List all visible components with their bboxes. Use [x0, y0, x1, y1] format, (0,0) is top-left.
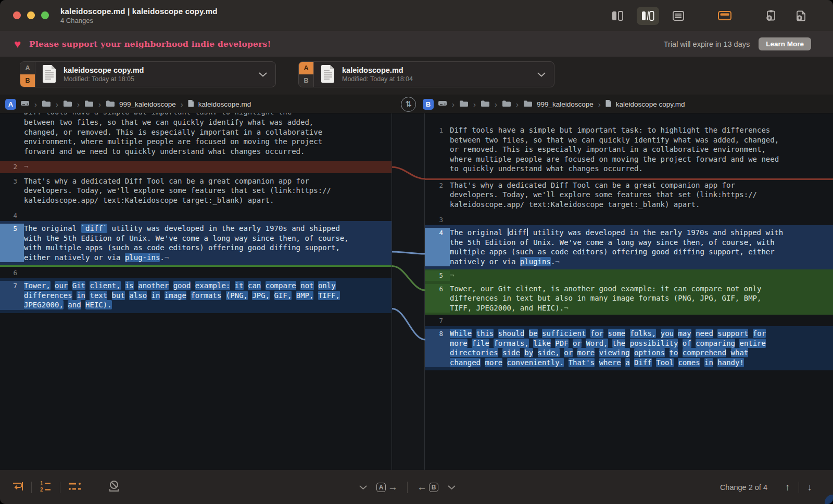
- two-pane-view-icon[interactable]: [607, 7, 628, 25]
- line-text: [24, 211, 392, 220]
- file-icon[interactable]: [605, 99, 612, 109]
- diff-pane-a[interactable]: Diff tools have a simple but important t…: [0, 113, 392, 470]
- file-selector-right[interactable]: A B kaleidoscope.md Modified: Today at 1…: [298, 61, 554, 87]
- chevron-down-icon[interactable]: [537, 70, 546, 79]
- breadcrumb-file[interactable]: kaleidoscope.md: [198, 100, 251, 108]
- diff-row[interactable]: 5¬: [425, 269, 833, 283]
- traffic-lights: [13, 11, 49, 19]
- breadcrumb-left: A › › › › 999_kaleidoscope › kaleidoscop…: [5, 99, 251, 110]
- folder-icon[interactable]: [106, 100, 115, 109]
- kaleidoscope-window: kaleidoscope.md | kaleidoscope copy.md 4…: [0, 0, 833, 504]
- next-change-icon[interactable]: ↓: [807, 482, 813, 493]
- diff-row[interactable]: 3: [425, 214, 833, 225]
- line-text: [450, 316, 833, 325]
- diff-pane-b[interactable]: 1Diff tools have a simple but important …: [425, 113, 833, 470]
- file-selector-row: A B kaleidoscope copy.md Modified: Today…: [0, 57, 833, 95]
- line-number: 3: [0, 176, 24, 205]
- merge-a-right-button[interactable]: A→: [376, 482, 398, 493]
- line-number: 2: [425, 180, 450, 210]
- chevron-down-icon[interactable]: [448, 483, 456, 492]
- banner-message: Please support your neighborhood indie d…: [29, 39, 271, 49]
- folder-icon[interactable]: [42, 100, 51, 109]
- slot-b-toggle[interactable]: B: [299, 74, 313, 87]
- breadcrumb-separator: ›: [34, 100, 37, 109]
- line-text: [24, 268, 392, 277]
- line-text: Diff tools have a simple but important t…: [450, 125, 833, 174]
- new-file-comparison-icon[interactable]: [790, 6, 812, 25]
- diff-row[interactable]: between two files, so that we can quickl…: [0, 117, 392, 161]
- diff-row[interactable]: 7: [425, 315, 833, 326]
- diff-row[interactable]: 4: [0, 210, 392, 221]
- line-text: [450, 215, 833, 224]
- file-icon[interactable]: [188, 99, 194, 109]
- diff-row[interactable]: Diff tools have a simple but important t…: [0, 113, 392, 117]
- chevron-down-icon[interactable]: [359, 483, 367, 492]
- folder-icon[interactable]: [523, 100, 533, 109]
- reader-mode-icon[interactable]: [713, 7, 736, 24]
- diff-row[interactable]: 4The original diff utility was developed…: [425, 225, 833, 269]
- window-title: kaleidoscope.md | kaleidoscope copy.md: [60, 7, 218, 16]
- arrow-right-icon: →: [388, 482, 398, 493]
- drive-icon[interactable]: [20, 100, 30, 108]
- line-text: The original diff utility was developed …: [450, 228, 833, 266]
- ab-toggle: A B: [299, 62, 314, 87]
- line-number: 4: [425, 228, 450, 266]
- zoom-button[interactable]: [41, 11, 49, 19]
- diff-row[interactable]: 2That's why a dedicated Diff Tool can be…: [425, 180, 833, 214]
- add-to-clipboard-icon[interactable]: [760, 6, 782, 25]
- diff-row[interactable]: 7Tower, our Git client, is another good …: [0, 278, 392, 313]
- minimize-button[interactable]: [27, 11, 35, 19]
- diff-row[interactable]: 1Diff tools have a simple but important …: [425, 125, 833, 178]
- swap-files-button[interactable]: ⇅: [401, 97, 416, 112]
- folder-icon[interactable]: [502, 100, 511, 109]
- folder-icon[interactable]: [481, 100, 490, 109]
- breadcrumb-separator: ›: [516, 100, 519, 109]
- line-text: Tower, our Git client, is another good e…: [450, 284, 833, 313]
- merge-b-left-button[interactable]: ←B: [417, 482, 438, 493]
- file-name: kaleidoscope.md: [342, 66, 413, 74]
- breadcrumb-folder[interactable]: 999_kaleidoscope: [537, 100, 594, 108]
- breadcrumb-row: A › › › › 999_kaleidoscope › kaleidoscop…: [0, 95, 833, 113]
- ignore-changes-icon[interactable]: [107, 480, 121, 495]
- previous-change-icon[interactable]: ↑: [785, 482, 790, 493]
- line-number: 3: [425, 215, 450, 224]
- slot-a-toggle[interactable]: A: [299, 62, 313, 74]
- wrap-lines-icon[interactable]: [11, 480, 24, 495]
- file-modified: Modified: Today at 18:05: [64, 75, 144, 83]
- diff-row[interactable]: 8While this should be sufficient for som…: [425, 326, 833, 370]
- unified-view-icon[interactable]: [667, 7, 689, 25]
- folder-icon[interactable]: [84, 100, 94, 109]
- diff-row[interactable]: 3That's why a dedicated Diff Tool can be…: [0, 176, 392, 210]
- learn-more-button[interactable]: Learn More: [759, 37, 811, 50]
- slot-b-toggle[interactable]: B: [20, 74, 35, 87]
- trial-expiry-text: Trial will expire in 13 days: [664, 40, 750, 48]
- fluid-view-icon[interactable]: [637, 7, 659, 25]
- title-bar: kaleidoscope.md | kaleidoscope copy.md 4…: [0, 0, 833, 31]
- drive-icon[interactable]: [438, 100, 447, 108]
- breadcrumb-file[interactable]: kaleidoscope copy.md: [616, 100, 685, 108]
- folder-icon[interactable]: [459, 100, 469, 109]
- breadcrumb-folder[interactable]: 999_kaleidoscope: [119, 100, 176, 108]
- line-number: 8: [425, 329, 450, 367]
- view-toolbar: [607, 0, 812, 31]
- line-number: 7: [425, 316, 450, 325]
- diff-row[interactable]: 5The original `diff` utility was develop…: [0, 221, 392, 265]
- svg-text:1: 1: [40, 481, 43, 486]
- diff-row[interactable]: 6: [0, 267, 392, 278]
- diff-area: Diff tools have a simple but important t…: [0, 113, 833, 470]
- line-number: 6: [425, 284, 450, 313]
- change-markers-icon[interactable]: [68, 480, 82, 495]
- slot-a-toggle[interactable]: A: [20, 62, 35, 74]
- chevron-down-icon[interactable]: [259, 70, 267, 79]
- line-numbers-icon[interactable]: 12: [39, 480, 53, 495]
- line-number: 2: [0, 162, 24, 172]
- file-selector-left[interactable]: A B kaleidoscope copy.md Modified: Today…: [20, 61, 276, 87]
- line-text: That's why a dedicated Diff Tool can be …: [450, 180, 833, 210]
- folder-icon[interactable]: [63, 100, 72, 109]
- diff-row[interactable]: 6Tower, our Git client, is another good …: [425, 283, 833, 315]
- line-number: 6: [0, 268, 24, 277]
- close-button[interactable]: [13, 11, 21, 19]
- line-text: ¬: [450, 270, 833, 281]
- diff-row[interactable]: 2¬: [0, 161, 392, 173]
- side-b-badge: B: [423, 99, 434, 110]
